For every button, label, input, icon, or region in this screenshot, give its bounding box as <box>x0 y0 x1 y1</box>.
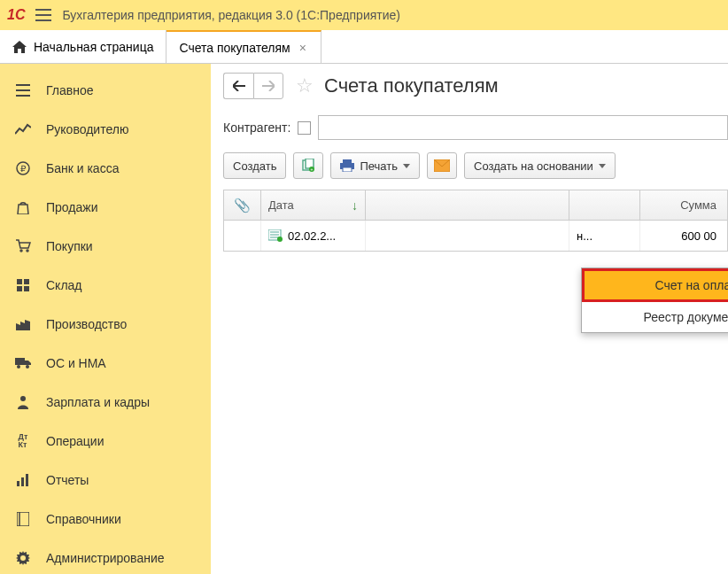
svg-rect-15 <box>26 474 28 486</box>
sidebar-item-assets[interactable]: ОС и НМА <box>0 344 211 383</box>
svg-rect-1 <box>16 89 30 91</box>
home-icon <box>12 41 27 53</box>
page-title: Счета покупателям <box>324 74 499 97</box>
person-icon <box>14 393 32 411</box>
sidebar-item-admin[interactable]: Администрирование <box>0 539 211 574</box>
sidebar-item-label: Производство <box>46 317 127 331</box>
sidebar-item-main[interactable]: Главное <box>0 71 211 110</box>
logo-1c: 1C <box>7 7 25 23</box>
tab-accounts[interactable]: Счета покупателям × <box>167 30 321 63</box>
create-based-button[interactable]: Создать на основании <box>464 152 616 179</box>
svg-rect-0 <box>16 84 30 86</box>
dropdown-item-registry[interactable]: Реестр документов <box>582 302 728 332</box>
svg-rect-14 <box>21 477 24 486</box>
factory-icon <box>14 315 32 333</box>
svg-rect-16 <box>17 512 29 526</box>
favorite-icon[interactable]: ☆ <box>296 74 314 97</box>
close-icon[interactable]: × <box>298 41 308 55</box>
dtkt-icon: ДтКт <box>14 432 32 450</box>
print-icon <box>340 159 354 172</box>
sidebar-item-production[interactable]: Производство <box>0 305 211 344</box>
bars-icon <box>14 471 32 489</box>
sidebar-item-label: ОС и НМА <box>46 356 106 370</box>
svg-rect-6 <box>24 279 29 284</box>
sidebar-item-label: Продажи <box>46 200 97 214</box>
sidebar-item-purchases[interactable]: Покупки <box>0 227 211 266</box>
svg-rect-7 <box>17 286 22 291</box>
svg-text:₽: ₽ <box>20 164 27 174</box>
sidebar: Главное Руководителю ₽ Банк и касса Прод… <box>0 64 211 574</box>
svg-rect-9 <box>15 358 25 365</box>
column-attachment[interactable]: 📎 <box>224 190 261 220</box>
svg-text:+: + <box>311 167 314 172</box>
chevron-down-icon <box>403 164 410 168</box>
svg-rect-13 <box>17 481 19 486</box>
sidebar-item-reports[interactable]: Отчеты <box>0 461 211 500</box>
sidebar-item-label: Операции <box>46 434 105 448</box>
print-dropdown: Счет на оплату Реестр документов <box>581 268 728 333</box>
sidebar-item-manager[interactable]: Руководителю <box>0 110 211 149</box>
sidebar-item-warehouse[interactable]: Склад <box>0 266 211 305</box>
sidebar-item-label: Администрирование <box>46 551 165 565</box>
svg-point-30 <box>277 237 283 242</box>
sidebar-item-salary[interactable]: Зарплата и кадры <box>0 383 211 422</box>
sidebar-item-label: Зарплата и кадры <box>46 395 150 409</box>
tab-accounts-label: Счета покупателям <box>179 41 290 55</box>
sidebar-item-label: Отчеты <box>46 473 89 487</box>
tab-bar: Начальная страница Счета покупателям × <box>0 30 728 64</box>
column-date[interactable]: Дата↓ <box>261 190 366 220</box>
tab-home[interactable]: Начальная страница <box>0 30 167 63</box>
sidebar-item-label: Главное <box>46 83 94 97</box>
forward-button[interactable] <box>253 73 283 99</box>
book-icon <box>14 510 32 528</box>
svg-rect-22 <box>343 159 352 163</box>
print-button[interactable]: Печать <box>330 152 420 179</box>
data-table: 📎 Дата↓ Сумма 02.02.2... н... 600 00 <box>223 190 728 252</box>
sidebar-item-label: Покупки <box>46 239 93 253</box>
cart-icon <box>14 237 32 255</box>
sidebar-item-label: Справочники <box>46 512 121 526</box>
chart-icon <box>14 120 32 138</box>
copy-button[interactable]: + <box>293 152 323 179</box>
title-bar: 1C Бухгалтерия предприятия, редакция 3.0… <box>0 0 728 30</box>
copy-icon: + <box>301 159 315 173</box>
document-icon <box>268 229 283 242</box>
mail-icon <box>434 159 450 172</box>
svg-point-12 <box>20 396 26 401</box>
column-counterparty[interactable] <box>569 190 640 220</box>
cell-counterparty: н... <box>577 229 592 243</box>
counterparty-input[interactable] <box>318 115 728 140</box>
chevron-down-icon <box>599 164 606 168</box>
menu-icon[interactable] <box>35 9 51 21</box>
create-button[interactable]: Создать <box>223 152 286 179</box>
table-row[interactable]: 02.02.2... н... 600 00 <box>224 221 727 251</box>
sort-asc-icon: ↓ <box>352 198 358 213</box>
sidebar-item-references[interactable]: Справочники <box>0 500 211 539</box>
content-area: ☆ Счета покупателям Контрагент: Создать … <box>211 64 728 574</box>
column-sum[interactable]: Сумма <box>640 190 727 220</box>
mail-button[interactable] <box>427 152 457 179</box>
attachment-icon: 📎 <box>234 198 251 213</box>
svg-point-11 <box>26 365 29 368</box>
svg-rect-8 <box>24 286 29 291</box>
tab-home-label: Начальная страница <box>34 40 153 54</box>
cell-date: 02.02.2... <box>288 229 336 243</box>
sidebar-item-sales[interactable]: Продажи <box>0 188 211 227</box>
app-title: Бухгалтерия предприятия, редакция 3.0 (1… <box>62 8 400 22</box>
sidebar-item-label: Руководителю <box>46 122 128 136</box>
sidebar-item-bank[interactable]: ₽ Банк и касса <box>0 149 211 188</box>
sidebar-item-label: Банк и касса <box>46 161 119 175</box>
menu-icon <box>14 81 32 99</box>
svg-point-10 <box>17 365 20 368</box>
bag-icon <box>14 198 32 216</box>
dropdown-item-invoice[interactable]: Счет на оплату <box>582 268 728 302</box>
back-button[interactable] <box>223 73 253 99</box>
cell-sum: 600 00 <box>681 229 716 243</box>
filter-label: Контрагент: <box>223 120 290 135</box>
column-number[interactable] <box>366 190 569 220</box>
sidebar-item-label: Склад <box>46 278 82 292</box>
gear-icon <box>14 549 32 567</box>
grid-icon <box>14 276 32 294</box>
sidebar-item-operations[interactable]: ДтКт Операции <box>0 422 211 461</box>
filter-checkbox[interactable] <box>298 121 311 135</box>
